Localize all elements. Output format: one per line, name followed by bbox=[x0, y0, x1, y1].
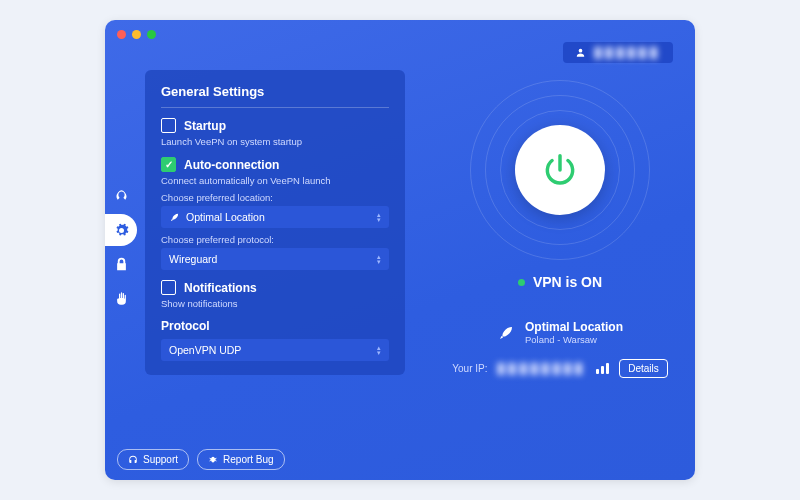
notifications-checkbox[interactable] bbox=[161, 280, 176, 295]
bug-icon bbox=[208, 455, 218, 465]
autoconn-protocol-select[interactable]: Wireguard ▴▾ bbox=[161, 248, 389, 270]
maximize-icon[interactable] bbox=[147, 30, 156, 39]
signal-icon bbox=[596, 363, 609, 374]
status-dot-icon bbox=[518, 279, 525, 286]
notifications-desc: Show notifications bbox=[161, 298, 389, 309]
autoconn-label: Auto-connection bbox=[184, 158, 279, 172]
sidebar-settings[interactable] bbox=[105, 214, 137, 246]
sidebar-privacy[interactable] bbox=[105, 282, 137, 314]
location-title: Optimal Location bbox=[525, 320, 623, 334]
gear-icon bbox=[114, 223, 129, 238]
protocol-select[interactable]: OpenVPN UDP ▴▾ bbox=[161, 339, 389, 361]
location-sub: Poland - Warsaw bbox=[525, 334, 623, 345]
rocket-icon bbox=[169, 212, 180, 223]
sidebar bbox=[105, 180, 137, 314]
autoconn-desc: Connect automatically on VeePN launch bbox=[161, 175, 389, 186]
autoconn-location-select[interactable]: Optimal Location ▴▾ bbox=[161, 206, 389, 228]
startup-label: Startup bbox=[184, 119, 226, 133]
ip-row: Your IP: ████████ Details bbox=[452, 359, 667, 378]
power-ring bbox=[470, 80, 650, 260]
main-status-area: VPN is ON Optimal Location Poland - Wars… bbox=[425, 80, 695, 378]
protocol-value: OpenVPN UDP bbox=[169, 344, 241, 356]
startup-checkbox[interactable] bbox=[161, 118, 176, 133]
svg-point-0 bbox=[579, 49, 583, 53]
startup-desc: Launch VeePN on system startup bbox=[161, 136, 389, 147]
support-button[interactable]: Support bbox=[117, 449, 189, 470]
profile-username: ██████ bbox=[594, 47, 661, 58]
protocol-heading: Protocol bbox=[161, 319, 389, 333]
sidebar-quick-connect[interactable] bbox=[105, 180, 137, 212]
ip-label: Your IP: bbox=[452, 363, 487, 374]
autoconn-protocol-value: Wireguard bbox=[169, 253, 217, 265]
rocket-icon bbox=[497, 324, 515, 342]
chevron-updown-icon: ▴▾ bbox=[377, 345, 381, 355]
settings-panel: General Settings Startup Launch VeePN on… bbox=[145, 70, 405, 375]
option-startup: Startup Launch VeePN on system startup bbox=[161, 118, 389, 147]
settings-title: General Settings bbox=[161, 84, 389, 108]
close-icon[interactable] bbox=[117, 30, 126, 39]
rocket-icon bbox=[114, 189, 129, 204]
lock-icon bbox=[114, 257, 129, 272]
option-auto-connection: Auto-connection Connect automatically on… bbox=[161, 157, 389, 270]
profile-chip[interactable]: ██████ bbox=[563, 42, 673, 63]
notifications-label: Notifications bbox=[184, 281, 257, 295]
headset-icon bbox=[128, 455, 138, 465]
chevron-updown-icon: ▴▾ bbox=[377, 254, 381, 264]
support-label: Support bbox=[143, 454, 178, 465]
autoconn-protocol-label: Choose preferred protocol: bbox=[161, 234, 389, 245]
report-bug-label: Report Bug bbox=[223, 454, 274, 465]
vpn-status: VPN is ON bbox=[518, 274, 602, 290]
app-window: ██████ General Settings Startup Launch V… bbox=[105, 20, 695, 480]
option-notifications: Notifications Show notifications bbox=[161, 280, 389, 309]
autoconn-location-label: Choose preferred location: bbox=[161, 192, 389, 203]
report-bug-button[interactable]: Report Bug bbox=[197, 449, 285, 470]
minimize-icon[interactable] bbox=[132, 30, 141, 39]
ip-value: ████████ bbox=[497, 363, 586, 374]
footer: Support Report Bug bbox=[117, 449, 285, 470]
sidebar-security[interactable] bbox=[105, 248, 137, 280]
location-card[interactable]: Optimal Location Poland - Warsaw bbox=[497, 320, 623, 345]
user-icon bbox=[575, 47, 586, 58]
window-traffic-lights bbox=[117, 30, 156, 39]
vpn-status-text: VPN is ON bbox=[533, 274, 602, 290]
chevron-updown-icon: ▴▾ bbox=[377, 212, 381, 222]
autoconn-location-value: Optimal Location bbox=[186, 211, 265, 223]
autoconn-checkbox[interactable] bbox=[161, 157, 176, 172]
hand-icon bbox=[114, 291, 129, 306]
details-button[interactable]: Details bbox=[619, 359, 668, 378]
